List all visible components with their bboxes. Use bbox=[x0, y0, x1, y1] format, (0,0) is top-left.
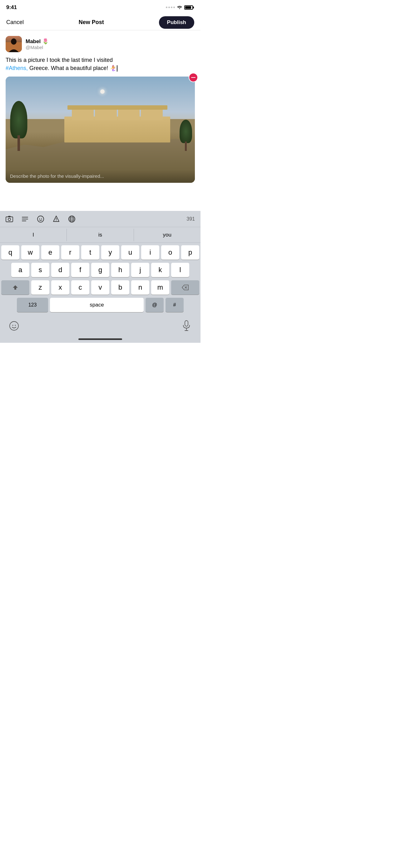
post-text-after: Greece. What a beautiful place! 🧜‍♀️ bbox=[28, 65, 116, 71]
photo-image: Describe the photo for the visually-impa… bbox=[6, 76, 195, 183]
publish-button[interactable]: Publish bbox=[159, 16, 194, 29]
key-l[interactable]: l bbox=[171, 263, 189, 277]
key-w[interactable]: w bbox=[21, 245, 39, 260]
key-y[interactable]: y bbox=[101, 245, 119, 260]
column-4 bbox=[141, 109, 163, 120]
key-123[interactable]: 123 bbox=[17, 298, 48, 312]
key-k[interactable]: k bbox=[151, 263, 169, 277]
key-h[interactable]: h bbox=[111, 263, 129, 277]
keyboard-row-1: q w e r t y u i o p bbox=[1, 245, 199, 260]
empty-space bbox=[0, 186, 201, 211]
photo-caption-overlay: Describe the photo for the visually-impa… bbox=[6, 170, 195, 183]
key-p[interactable]: p bbox=[181, 245, 199, 260]
key-q[interactable]: q bbox=[1, 245, 20, 260]
signal-icon bbox=[166, 6, 175, 8]
svg-point-22 bbox=[15, 325, 15, 326]
globe-icon[interactable] bbox=[68, 215, 75, 223]
content-warning-icon[interactable] bbox=[53, 215, 60, 223]
keyboard-row-bottom: 123 space @ # bbox=[1, 298, 199, 312]
key-at[interactable]: @ bbox=[145, 298, 164, 312]
key-t[interactable]: t bbox=[81, 245, 99, 260]
user-name-row: Mabel 🌷 bbox=[26, 38, 49, 45]
key-d[interactable]: d bbox=[51, 263, 69, 277]
user-emoji: 🌷 bbox=[42, 38, 49, 45]
predictive-bar: I is you bbox=[0, 227, 201, 243]
home-indicator bbox=[0, 335, 201, 343]
tree-right-foliage bbox=[179, 120, 192, 143]
key-v[interactable]: v bbox=[91, 280, 109, 294]
avatar-image bbox=[6, 36, 22, 52]
key-z[interactable]: z bbox=[31, 280, 49, 294]
column-1 bbox=[72, 109, 94, 120]
photo-alt-text[interactable]: Describe the photo for the visually-impa… bbox=[10, 174, 104, 179]
tree-left-trunk bbox=[18, 135, 20, 151]
column-2 bbox=[95, 109, 117, 120]
temple-top bbox=[67, 105, 167, 110]
svg-rect-23 bbox=[185, 320, 188, 326]
temple-structure bbox=[34, 105, 186, 143]
status-time: 9:41 bbox=[6, 4, 17, 11]
status-icons bbox=[166, 5, 193, 10]
key-g[interactable]: g bbox=[91, 263, 109, 277]
user-handle: @Mabel bbox=[26, 45, 49, 50]
char-count: 391 bbox=[187, 216, 195, 222]
microphone-button[interactable] bbox=[180, 319, 193, 333]
home-bar bbox=[78, 338, 122, 340]
column-3 bbox=[118, 109, 140, 120]
remove-photo-button[interactable] bbox=[189, 73, 198, 82]
user-info: Mabel 🌷 @Mabel bbox=[26, 38, 49, 50]
bottom-bar bbox=[0, 316, 201, 335]
text-cursor bbox=[117, 65, 118, 71]
key-e[interactable]: e bbox=[41, 245, 59, 260]
key-f[interactable]: f bbox=[71, 263, 89, 277]
tree-left bbox=[9, 101, 28, 151]
post-hashtag: #Athens, bbox=[6, 65, 28, 71]
avatar bbox=[6, 36, 22, 52]
post-text-plain: This is a picture I took the last time I… bbox=[6, 57, 113, 63]
key-hash[interactable]: # bbox=[166, 298, 183, 312]
post-text[interactable]: This is a picture I took the last time I… bbox=[6, 56, 195, 72]
svg-point-8 bbox=[37, 216, 44, 222]
toolbar: 391 bbox=[0, 211, 201, 227]
wifi-icon bbox=[177, 5, 182, 10]
key-a[interactable]: a bbox=[11, 263, 29, 277]
predictive-suggestion-1[interactable]: is bbox=[67, 229, 134, 241]
key-x[interactable]: x bbox=[51, 280, 69, 294]
predictive-suggestion-0[interactable]: I bbox=[0, 229, 67, 241]
key-shift[interactable] bbox=[1, 280, 29, 294]
page-title: New Post bbox=[79, 19, 104, 26]
key-r[interactable]: r bbox=[61, 245, 79, 260]
key-backspace[interactable] bbox=[171, 280, 199, 294]
svg-point-12 bbox=[56, 220, 57, 221]
predictive-suggestion-2[interactable]: you bbox=[134, 229, 201, 241]
toolbar-icons bbox=[6, 215, 178, 223]
svg-point-20 bbox=[10, 321, 19, 330]
key-o[interactable]: o bbox=[161, 245, 179, 260]
keyboard-row-2: a s d f g h j k l bbox=[1, 263, 199, 277]
moon bbox=[100, 89, 105, 94]
key-m[interactable]: m bbox=[151, 280, 169, 294]
key-b[interactable]: b bbox=[111, 280, 129, 294]
emoji-keyboard-button[interactable] bbox=[7, 319, 21, 333]
post-area: Mabel 🌷 @Mabel This is a picture I took … bbox=[0, 30, 201, 183]
temple-columns bbox=[72, 109, 163, 120]
tree-right-trunk bbox=[185, 142, 187, 151]
key-i[interactable]: i bbox=[141, 245, 159, 260]
key-space[interactable]: space bbox=[50, 298, 144, 312]
tree-right bbox=[179, 120, 193, 151]
emoji-toolbar-icon[interactable] bbox=[37, 215, 44, 223]
acropolis-scene bbox=[6, 76, 195, 183]
key-s[interactable]: s bbox=[31, 263, 49, 277]
key-j[interactable]: j bbox=[131, 263, 149, 277]
key-n[interactable]: n bbox=[131, 280, 149, 294]
key-c[interactable]: c bbox=[71, 280, 89, 294]
user-row: Mabel 🌷 @Mabel bbox=[6, 36, 195, 52]
keyboard: q w e r t y u i o p a s d f g h j k l z … bbox=[0, 243, 201, 316]
temple-wall bbox=[64, 117, 170, 143]
post-editor: Mabel 🌷 @Mabel This is a picture I took … bbox=[0, 30, 201, 211]
svg-point-4 bbox=[8, 218, 11, 221]
key-u[interactable]: u bbox=[121, 245, 139, 260]
list-icon[interactable] bbox=[21, 215, 29, 223]
photo-icon[interactable] bbox=[6, 215, 13, 223]
cancel-button[interactable]: Cancel bbox=[6, 19, 24, 26]
